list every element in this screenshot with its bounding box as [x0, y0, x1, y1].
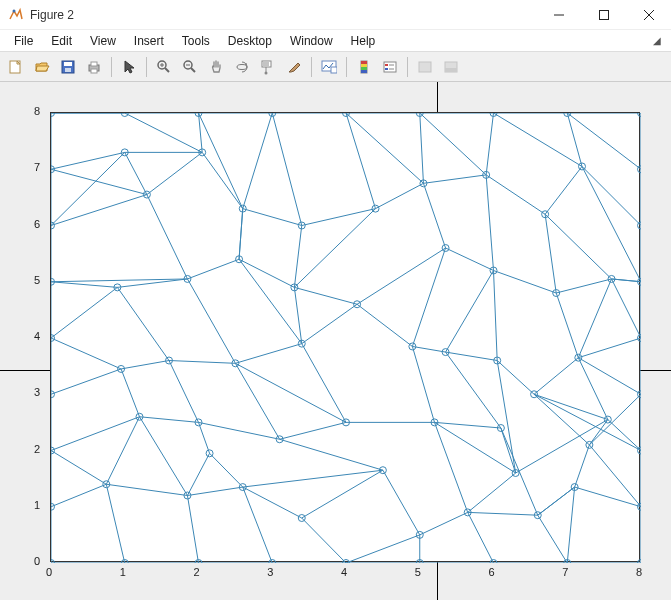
y-tick-label: 6: [34, 218, 40, 230]
svg-line-72: [51, 484, 106, 507]
svg-point-19: [237, 64, 247, 69]
svg-line-150: [412, 248, 445, 346]
minimize-button[interactable]: [536, 0, 581, 30]
svg-line-78: [243, 487, 273, 563]
svg-line-157: [578, 279, 611, 358]
menu-insert[interactable]: Insert: [126, 32, 172, 50]
svg-line-160: [51, 282, 117, 288]
svg-line-117: [169, 361, 199, 423]
svg-point-228: [638, 113, 642, 117]
menu-window[interactable]: Window: [282, 32, 341, 50]
colorbar-button[interactable]: [352, 55, 376, 79]
menu-view[interactable]: View: [82, 32, 124, 50]
link-button[interactable]: [317, 55, 341, 79]
data-cursor-button[interactable]: [256, 55, 280, 79]
svg-line-110: [575, 445, 590, 487]
svg-line-149: [357, 248, 446, 304]
svg-line-146: [239, 259, 294, 287]
svg-line-163: [51, 195, 147, 226]
hide-plot-button[interactable]: [413, 55, 437, 79]
svg-line-192: [346, 113, 376, 209]
svg-line-116: [121, 361, 169, 369]
svg-line-81: [302, 470, 383, 518]
svg-line-184: [51, 152, 125, 169]
svg-line-165: [202, 152, 243, 208]
x-tick-label: 1: [120, 566, 126, 578]
svg-line-178: [545, 166, 582, 214]
menu-desktop[interactable]: Desktop: [220, 32, 280, 50]
pan-button[interactable]: [204, 55, 228, 79]
svg-line-191: [272, 113, 302, 226]
svg-line-145: [239, 259, 302, 343]
svg-point-220: [638, 560, 642, 564]
svg-line-193: [346, 113, 423, 183]
svg-line-152: [446, 271, 494, 353]
open-button[interactable]: [30, 55, 54, 79]
svg-line-111: [589, 445, 641, 507]
menu-tools[interactable]: Tools: [174, 32, 218, 50]
svg-line-118: [169, 361, 235, 364]
svg-line-95: [199, 422, 210, 453]
svg-line-182: [51, 152, 125, 225]
figure-canvas[interactable]: 012345678012345678: [0, 82, 671, 600]
svg-line-164: [147, 152, 202, 194]
svg-line-125: [412, 346, 445, 352]
svg-line-104: [435, 422, 468, 512]
y-tick-label: 7: [34, 161, 40, 173]
zoom-out-button[interactable]: [178, 55, 202, 79]
svg-point-24: [265, 71, 268, 74]
svg-line-85: [468, 473, 516, 512]
svg-rect-28: [361, 61, 367, 64]
svg-line-154: [494, 271, 557, 294]
svg-line-86: [468, 512, 538, 515]
svg-line-158: [612, 279, 642, 338]
rotate3d-button[interactable]: [230, 55, 254, 79]
close-button[interactable]: [626, 0, 671, 30]
menubar-overflow-icon[interactable]: ◢: [653, 35, 665, 46]
svg-line-201: [239, 209, 243, 260]
menu-edit[interactable]: Edit: [43, 32, 80, 50]
svg-line-121: [235, 344, 301, 364]
svg-line-97: [210, 453, 243, 487]
menu-file[interactable]: File: [6, 32, 41, 50]
svg-line-130: [497, 361, 534, 395]
svg-rect-20: [262, 61, 271, 67]
print-button[interactable]: [82, 55, 106, 79]
y-tick-label: 1: [34, 499, 40, 511]
new-figure-button[interactable]: [4, 55, 28, 79]
svg-line-173: [423, 175, 486, 183]
legend-button[interactable]: [378, 55, 402, 79]
zoom-in-button[interactable]: [152, 55, 176, 79]
svg-line-183: [125, 152, 147, 194]
svg-line-115: [51, 417, 140, 451]
svg-line-92: [106, 417, 139, 485]
svg-line-77: [243, 487, 302, 518]
svg-line-197: [494, 113, 583, 166]
svg-line-96: [187, 453, 209, 495]
svg-line-180: [582, 166, 641, 281]
brush-button[interactable]: [282, 55, 306, 79]
svg-rect-38: [445, 62, 457, 72]
svg-line-194: [420, 113, 424, 183]
svg-rect-31: [361, 70, 367, 73]
svg-line-91: [51, 451, 106, 485]
pointer-button[interactable]: [117, 55, 141, 79]
toolbar: [0, 52, 671, 82]
menu-help[interactable]: Help: [343, 32, 384, 50]
window-buttons: [536, 0, 671, 29]
axes[interactable]: [50, 112, 640, 562]
maximize-button[interactable]: [581, 0, 626, 30]
svg-rect-29: [361, 64, 367, 67]
svg-line-136: [578, 358, 641, 395]
svg-line-102: [383, 470, 420, 535]
svg-line-134: [534, 358, 578, 395]
svg-line-162: [147, 195, 188, 279]
property-editor-button[interactable]: [439, 55, 463, 79]
svg-rect-32: [384, 62, 396, 72]
svg-point-0: [13, 9, 16, 12]
svg-line-199: [567, 113, 641, 169]
x-tick-label: 3: [267, 566, 273, 578]
matlab-figure-icon: [8, 7, 24, 23]
save-button[interactable]: [56, 55, 80, 79]
x-tick-label: 0: [46, 566, 52, 578]
